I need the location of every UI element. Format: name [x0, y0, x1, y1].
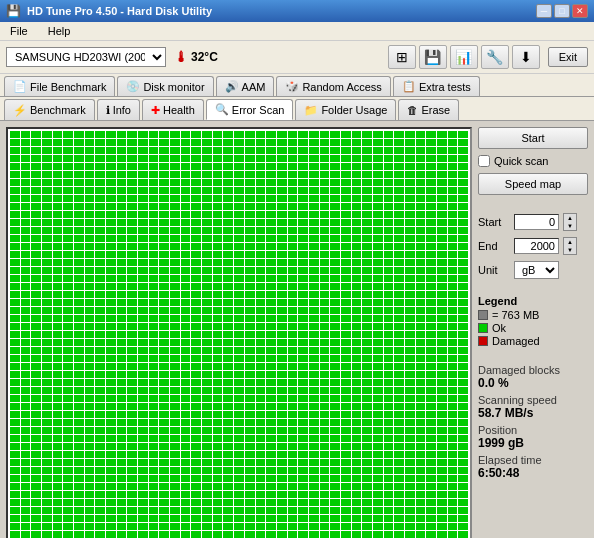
- start-input[interactable]: [514, 214, 559, 230]
- tab-random-access[interactable]: 🎲 Random Access: [276, 76, 390, 96]
- grid-cell: [352, 227, 362, 234]
- grid-cell: [127, 227, 137, 234]
- tab-error-scan[interactable]: 🔍 Error Scan: [206, 99, 294, 120]
- start-spin-up[interactable]: ▲: [564, 214, 576, 222]
- grid-cell: [416, 171, 426, 178]
- grid-cell: [106, 339, 116, 346]
- grid-cell: [138, 459, 148, 466]
- grid-cell: [63, 411, 73, 418]
- grid-cell: [416, 531, 426, 538]
- tab-file-benchmark[interactable]: 📄 File Benchmark: [4, 76, 115, 96]
- grid-cell: [362, 323, 372, 330]
- toolbar-icon-1[interactable]: ⊞: [388, 45, 416, 69]
- quick-scan-checkbox[interactable]: [478, 155, 490, 167]
- tab-aam[interactable]: 🔊 AAM: [216, 76, 275, 96]
- grid-cell: [213, 307, 223, 314]
- grid-cell: [31, 283, 41, 290]
- grid-cell: [277, 491, 287, 498]
- grid-cell: [277, 331, 287, 338]
- grid-cell: [266, 243, 276, 250]
- grid-cell: [31, 307, 41, 314]
- quick-scan-row: Quick scan: [478, 155, 588, 167]
- legend-ok-label: Ok: [492, 322, 506, 334]
- tab-erase[interactable]: 🗑 Erase: [398, 99, 459, 120]
- grid-cell: [373, 339, 383, 346]
- start-spin-down[interactable]: ▼: [564, 222, 576, 230]
- maximize-button[interactable]: □: [554, 4, 570, 18]
- grid-cell: [138, 475, 148, 482]
- grid-cell: [159, 347, 169, 354]
- grid-cell: [106, 187, 116, 194]
- grid-cell: [309, 419, 319, 426]
- tab-extra-tests[interactable]: 📋 Extra tests: [393, 76, 480, 96]
- toolbar-icon-4[interactable]: 🔧: [481, 45, 509, 69]
- close-button[interactable]: ✕: [572, 4, 588, 18]
- grid-cell: [394, 435, 404, 442]
- grid-cell: [405, 379, 415, 386]
- tab-folder-usage[interactable]: 📁 Folder Usage: [295, 99, 396, 120]
- grid-cell: [10, 347, 20, 354]
- minimize-button[interactable]: ─: [536, 4, 552, 18]
- grid-cell: [309, 467, 319, 474]
- drive-select[interactable]: SAMSUNG HD203WI (2000 gB): [6, 47, 166, 67]
- tab-benchmark[interactable]: ⚡ Benchmark: [4, 99, 95, 120]
- grid-cell: [149, 475, 159, 482]
- grid-cell: [288, 507, 298, 514]
- grid-cell: [181, 483, 191, 490]
- grid-cell: [341, 387, 351, 394]
- grid-cell: [416, 347, 426, 354]
- menu-file[interactable]: File: [6, 24, 32, 38]
- tab-info[interactable]: ℹ Info: [97, 99, 140, 120]
- toolbar-icon-5[interactable]: ⬇: [512, 45, 540, 69]
- speed-map-button[interactable]: Speed map: [478, 173, 588, 195]
- grid-cell: [159, 339, 169, 346]
- grid-cell: [85, 227, 95, 234]
- grid-cell: [53, 371, 63, 378]
- grid-cell: [234, 523, 244, 530]
- tab-disk-monitor[interactable]: 💿 Disk monitor: [117, 76, 213, 96]
- grid-cell: [362, 139, 372, 146]
- grid-cell: [74, 219, 84, 226]
- grid-cell: [10, 475, 20, 482]
- grid-cell: [149, 467, 159, 474]
- grid-cell: [127, 331, 137, 338]
- grid-cell: [31, 259, 41, 266]
- end-spin-down[interactable]: ▼: [564, 246, 576, 254]
- grid-cell: [277, 131, 287, 138]
- grid-cell: [416, 275, 426, 282]
- grid-cell: [256, 347, 266, 354]
- exit-button[interactable]: Exit: [548, 47, 588, 67]
- grid-cell: [373, 291, 383, 298]
- grid-cell: [256, 155, 266, 162]
- unit-select[interactable]: gB MB: [514, 261, 559, 279]
- toolbar-icon-3[interactable]: 📊: [450, 45, 478, 69]
- grid-cell: [138, 323, 148, 330]
- grid-cell: [298, 515, 308, 522]
- start-button[interactable]: Start: [478, 127, 588, 149]
- unit-param-row: Unit gB MB: [478, 261, 588, 279]
- grid-cell: [298, 171, 308, 178]
- tab-health[interactable]: ✚ Health: [142, 99, 204, 120]
- grid-cell: [352, 395, 362, 402]
- grid-cell: [405, 291, 415, 298]
- grid-cell: [106, 267, 116, 274]
- grid-cell: [448, 355, 458, 362]
- grid-cell: [298, 235, 308, 242]
- grid-cell: [330, 363, 340, 370]
- grid-cell: [448, 179, 458, 186]
- grid-cell: [191, 203, 201, 210]
- grid-cell: [362, 435, 372, 442]
- menu-help[interactable]: Help: [44, 24, 75, 38]
- toolbar-icon-2[interactable]: 💾: [419, 45, 447, 69]
- grid-cell: [384, 179, 394, 186]
- grid-cell: [63, 235, 73, 242]
- grid-cell: [53, 419, 63, 426]
- grid-cell: [213, 499, 223, 506]
- end-spin-up[interactable]: ▲: [564, 238, 576, 246]
- grid-cell: [138, 387, 148, 394]
- grid-cell: [10, 259, 20, 266]
- grid-cell: [31, 411, 41, 418]
- grid-cell: [394, 139, 404, 146]
- end-input[interactable]: [514, 238, 559, 254]
- grid-cell: [426, 203, 436, 210]
